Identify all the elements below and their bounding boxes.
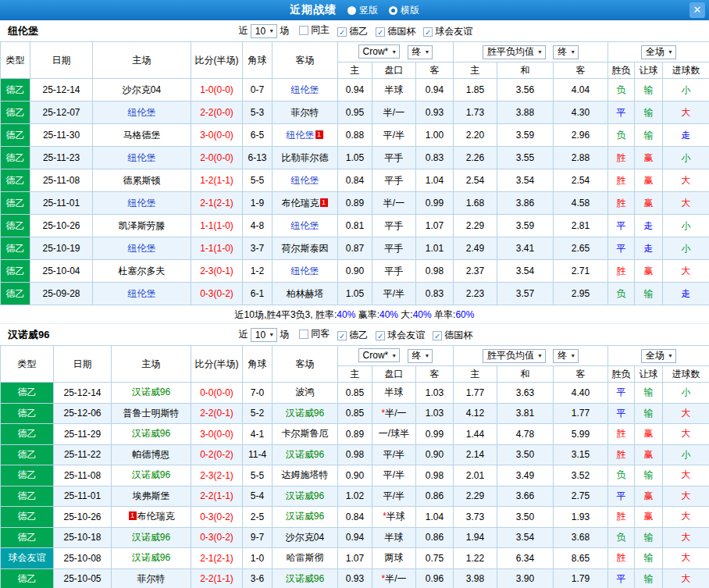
match-score: 0-3(0-2) <box>191 283 243 305</box>
match-count-select[interactable]: 10 ▼ <box>251 328 277 342</box>
checkbox-checked-icon[interactable]: ✓ <box>423 27 433 37</box>
filter-controls: 近 10 ▼ 场 同客✓德乙✓球会友谊✓德国杯 <box>237 327 472 342</box>
away-team-name[interactable]: 汉诺威96 <box>286 449 324 460</box>
wdl-stage-select[interactable]: 终▼ <box>553 349 579 363</box>
home-team-cell: 沙尔克04 <box>93 79 191 102</box>
result-handicap: 赢 <box>635 147 663 169</box>
filter-checkbox[interactable]: ✓德乙 <box>337 329 368 342</box>
away-team-name[interactable]: 纽伦堡 <box>287 130 315 141</box>
away-handicap-star: * <box>383 511 387 522</box>
result-outcome: 胜 <box>608 507 635 528</box>
filter-checkbox[interactable]: ✓球会友谊 <box>376 329 425 342</box>
checkbox-checked-icon[interactable]: ✓ <box>376 27 385 37</box>
away-team-name[interactable]: 汉诺威96 <box>286 490 324 501</box>
match-count-select[interactable]: 10 ▼ <box>251 24 277 38</box>
wdl-select[interactable]: 胜平负均值▼ <box>483 45 546 59</box>
scope-select[interactable]: 全场▼ <box>641 349 676 363</box>
away-team-name[interactable]: 汉诺威96 <box>286 573 324 584</box>
result-handicap: 赢 <box>635 192 663 215</box>
scope-select[interactable]: 全场▼ <box>641 45 676 59</box>
away-team-name: 卡尔斯鲁厄 <box>282 428 329 439</box>
home-team-cell: 纽伦堡 <box>93 283 191 305</box>
result-goals: 大 <box>663 403 709 424</box>
handicap-line: 平手 <box>372 169 416 192</box>
match-date: 25-10-04 <box>30 260 93 283</box>
bookmaker-value: Crow* <box>363 46 389 57</box>
home-team-name[interactable]: 汉诺威96 <box>132 428 170 439</box>
home-team-name[interactable]: 纽伦堡 <box>128 288 156 299</box>
odds-stage-select[interactable]: 终▼ <box>408 45 433 59</box>
filter-checkbox[interactable]: 同主 <box>299 23 330 37</box>
away-team-name[interactable]: 纽伦堡 <box>291 220 319 231</box>
home-team-name[interactable]: 汉诺威96 <box>132 532 170 543</box>
away-team-name[interactable]: 汉诺威96 <box>286 511 324 522</box>
titlebar: 近期战绩 竖版 横版 ✕ <box>0 0 709 20</box>
odds-stage-select[interactable]: 终▼ <box>408 349 433 363</box>
layout-option-vertical[interactable]: 竖版 <box>347 4 378 17</box>
match-date: 25-10-26 <box>30 215 93 237</box>
col-header-type: 类型 <box>1 346 54 383</box>
home-team-cell: 1布伦瑞克 <box>112 507 191 528</box>
checkbox-unchecked-icon[interactable] <box>299 26 308 35</box>
checkbox-checked-icon[interactable]: ✓ <box>337 331 347 340</box>
league-type-badge: 德乙 <box>1 192 30 215</box>
home-team-name[interactable]: 纽伦堡 <box>128 107 156 118</box>
checkbox-checked-icon[interactable]: ✓ <box>337 27 347 37</box>
corners-score: 1-2 <box>243 260 273 283</box>
away-team-name[interactable]: 纽伦堡 <box>291 84 319 95</box>
league-type-badge: 德乙 <box>1 527 54 548</box>
bookmaker-select[interactable]: Crow*▼ <box>358 348 401 362</box>
radio-selected-icon[interactable] <box>389 6 397 15</box>
result-handicap: 输 <box>635 403 663 424</box>
filter-checkbox[interactable]: 同客 <box>299 327 330 340</box>
home-team-name[interactable]: 纽伦堡 <box>128 243 156 254</box>
away-team-name[interactable]: 纽伦堡 <box>291 265 319 276</box>
chevron-down-icon: ▼ <box>570 353 575 358</box>
home-team-name[interactable]: 纽伦堡 <box>128 152 156 163</box>
away-team-cell: 哈雷斯彻 <box>273 548 338 569</box>
match-score: 0-0(0-0) <box>191 383 243 404</box>
corners-score: 5-4 <box>243 486 273 507</box>
away-handicap-odds: 1.00 <box>416 124 454 147</box>
games-label: 场 <box>280 328 289 341</box>
handicap-line: 平手 <box>372 215 416 237</box>
result-outcome: 胜 <box>608 260 635 283</box>
checkbox-unchecked-icon[interactable] <box>299 330 308 339</box>
home-team-name[interactable]: 汉诺威96 <box>132 387 170 397</box>
away-team-name[interactable]: 汉诺威96 <box>286 408 324 419</box>
summary-segment: 60% <box>455 309 474 320</box>
layout-option-horizontal[interactable]: 横版 <box>389 4 419 17</box>
home-team-name[interactable]: 纽伦堡 <box>128 198 156 208</box>
draw-avg: 3.90 <box>497 568 554 588</box>
team-filter-bar: 汉诺威96 近 10 ▼ 场 同客✓德乙✓球会友谊✓德国杯 <box>0 324 709 345</box>
filter-checkbox[interactable]: ✓球会友谊 <box>423 25 472 38</box>
home-handicap-odds: 0.84 <box>338 169 372 192</box>
home-team-cell: 菲尔特 <box>112 568 191 588</box>
home-win-avg: 2.29 <box>454 215 497 237</box>
wdl-select[interactable]: 胜平负均值▼ <box>483 349 546 363</box>
close-icon[interactable]: ✕ <box>689 2 705 18</box>
home-team-cell: 汉诺威96 <box>112 424 191 445</box>
wdl-stage-select[interactable]: 终▼ <box>553 45 579 59</box>
away-team-cell: 纽伦堡1 <box>273 124 338 147</box>
filter-checkbox[interactable]: ✓德国杯 <box>376 25 415 38</box>
match-date: 25-10-26 <box>54 507 112 528</box>
away-win-avg: 2.75 <box>554 486 608 507</box>
match-score: 2-2(1-1) <box>191 568 243 588</box>
home-win-avg: 2.29 <box>454 486 497 507</box>
radio-unselected-icon[interactable] <box>347 6 356 15</box>
match-row: 德乙25-12-07纽伦堡2-2(0-0)5-3菲尔特0.95半/一0.931.… <box>1 102 709 124</box>
chevron-down-icon: ▼ <box>425 353 430 358</box>
home-team-name[interactable]: 汉诺威96 <box>132 552 170 563</box>
checkbox-checked-icon[interactable]: ✓ <box>433 331 442 340</box>
bookmaker-select[interactable]: Crow*▼ <box>358 45 401 59</box>
draw-avg: 3.66 <box>497 486 554 507</box>
summary-segment: 40% <box>413 309 432 320</box>
home-team-name[interactable]: 汉诺威96 <box>132 469 170 480</box>
match-score: 2-2(0-1) <box>191 403 243 424</box>
filter-checkbox[interactable]: ✓德国杯 <box>433 329 472 342</box>
filter-checkbox[interactable]: ✓德乙 <box>337 25 368 38</box>
match-date: 25-12-14 <box>30 79 93 102</box>
checkbox-checked-icon[interactable]: ✓ <box>376 331 385 340</box>
away-team-name[interactable]: 纽伦堡 <box>291 175 319 186</box>
